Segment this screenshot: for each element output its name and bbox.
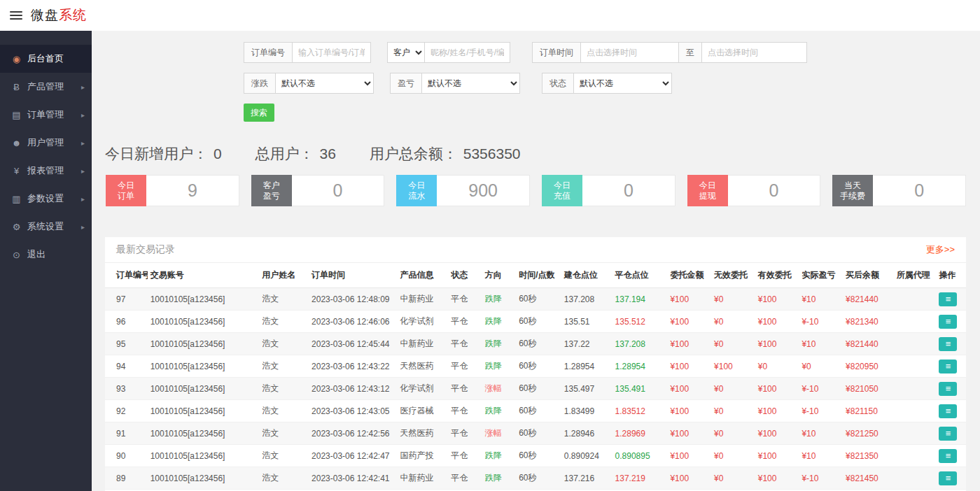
cell-product: 中新药业 — [397, 333, 448, 355]
cell-valid-amount: ¥100 — [755, 445, 799, 467]
row-detail-button[interactable]: ≡ — [939, 449, 957, 463]
trades-panel: 最新交易记录 更多>> 订单编号交易账号用户姓名订单时间产品信息状态方向时间/点… — [105, 237, 966, 491]
cell-agent — [894, 333, 937, 355]
time-to-input[interactable] — [702, 42, 807, 63]
cell-open-price: 1.28954 — [561, 355, 612, 378]
more-link[interactable]: 更多>> — [926, 243, 955, 256]
cell-action: ≡ — [936, 445, 966, 467]
cell-invalid-amount: ¥0 — [711, 333, 755, 355]
cell-agent — [894, 467, 937, 490]
cell-valid-amount: ¥100 — [755, 311, 799, 333]
brand-logo: 微盘系统 — [31, 6, 87, 24]
cell-status: 平仓 — [448, 445, 482, 467]
table-row: 9310010105[a123456]浩文2023-03-06 12:43:12… — [105, 378, 966, 400]
cell-balance: ¥821440 — [843, 333, 894, 355]
sidebar-item-home[interactable]: ◉后台首页 — [0, 45, 92, 73]
cell-amount: ¥100 — [667, 422, 711, 445]
cell-amount: ¥100 — [667, 467, 711, 490]
stat-card-value: 9 — [146, 175, 239, 206]
row-detail-button[interactable]: ≡ — [939, 382, 957, 396]
cell-product: 天然医药 — [397, 422, 448, 445]
sidebar-item-report[interactable]: ¥报表管理▸ — [0, 157, 92, 185]
sidebar-item-user[interactable]: ☻用户管理▸ — [0, 129, 92, 157]
profit-label: 盈亏 — [390, 73, 422, 94]
stat-card-label: 今日流水 — [396, 175, 437, 206]
order-time-filter: 订单时间 至 — [532, 42, 807, 63]
column-header-6: 方向 — [482, 263, 517, 288]
cell-amount: ¥100 — [667, 400, 711, 422]
cell-profit: ¥-10 — [799, 311, 843, 333]
cell-invalid-amount: ¥0 — [711, 400, 755, 422]
cell-valid-amount: ¥100 — [755, 400, 799, 422]
updown-label: 涨跌 — [244, 73, 276, 94]
customer-input[interactable] — [425, 42, 510, 63]
cell-order-time: 2023-03-06 12:42:47 — [309, 445, 397, 467]
cell-valid-amount: ¥100 — [755, 333, 799, 355]
cell-direction: 跌降 — [482, 288, 517, 311]
stat-card-label: 今日提现 — [687, 175, 728, 206]
cell-user-name: 浩文 — [259, 288, 309, 311]
cell-close-price: 1.28954 — [612, 355, 668, 378]
table-row: 9410010105[a123456]浩文2023-03-06 12:43:22… — [105, 355, 966, 378]
stat-card-label: 今日充值 — [542, 175, 582, 206]
cell-action: ≡ — [936, 333, 966, 355]
sidebar-item-order[interactable]: ▤订单管理▸ — [0, 101, 92, 129]
sidebar-item-product[interactable]: Ƀ产品管理▸ — [0, 73, 92, 101]
cell-amount: ¥100 — [667, 378, 711, 400]
time-from-input[interactable] — [581, 42, 679, 63]
stat-card-today-deposit: 今日充值0 — [542, 175, 676, 206]
order-no-input[interactable] — [293, 42, 371, 63]
summary-stats: 今日新增用户：0 总用户：36 用户总余额：5356350 — [92, 131, 980, 175]
stat-card-today-withdraw: 今日提现0 — [687, 175, 821, 206]
cell-account: 10010105[a123456] — [148, 355, 260, 378]
hamburger-menu-icon[interactable] — [10, 11, 22, 20]
sidebar-item-settings[interactable]: ⚙系统设置▸ — [0, 213, 92, 241]
updown-select[interactable]: 默认不选 — [276, 73, 374, 94]
cell-product: 医疗器械 — [397, 400, 448, 422]
cell-balance: ¥821340 — [843, 311, 894, 333]
profit-select[interactable]: 默认不选 — [422, 73, 520, 94]
cell-action: ≡ — [936, 288, 966, 311]
stat-card-today-fee: 当天手续费0 — [832, 175, 966, 206]
cell-amount: ¥100 — [667, 445, 711, 467]
row-detail-button[interactable]: ≡ — [939, 315, 957, 329]
stat-card-value: 900 — [437, 175, 530, 206]
row-detail-button[interactable]: ≡ — [939, 471, 957, 485]
cell-close-price: 137.194 — [612, 288, 668, 311]
cell-invalid-amount: ¥0 — [711, 311, 755, 333]
cell-amount: ¥100 — [667, 355, 711, 378]
cell-direction: 跌降 — [482, 333, 517, 355]
new-users-value: 0 — [214, 145, 222, 162]
status-select[interactable]: 默认不选 — [574, 73, 672, 94]
cell-valid-amount: ¥100 — [755, 422, 799, 445]
row-detail-button[interactable]: ≡ — [939, 337, 957, 351]
status-label: 状态 — [542, 73, 574, 94]
sidebar-item-label: 报表管理 — [27, 164, 81, 177]
brand-text-red: 系统 — [59, 8, 87, 22]
sidebar-item-params[interactable]: ▥参数设置▸ — [0, 185, 92, 213]
row-detail-button[interactable]: ≡ — [939, 360, 957, 373]
customer-type-select[interactable]: 客户 — [387, 42, 425, 63]
cell-close-price: 137.219 — [612, 467, 668, 490]
row-detail-button[interactable]: ≡ — [939, 404, 957, 418]
cell-order-time: 2023-03-06 12:46:06 — [309, 311, 397, 333]
table-row: 9710010105[a123456]浩文2023-03-06 12:48:09… — [105, 288, 966, 311]
sidebar-item-label: 系统设置 — [27, 220, 81, 233]
cell-user-name: 浩文 — [259, 378, 309, 400]
cell-status: 平仓 — [448, 333, 482, 355]
column-header-2: 用户姓名 — [259, 263, 309, 288]
params-icon: ▥ — [10, 194, 22, 204]
cell-balance: ¥821350 — [843, 445, 894, 467]
row-detail-button[interactable]: ≡ — [939, 292, 957, 306]
table-header-row: 订单编号交易账号用户姓名订单时间产品信息状态方向时间/点数建仓点位平仓点位委托金… — [105, 263, 966, 288]
main-content: 订单编号 客户 订单时间 至 涨跌 默认不选 盈亏 默认不选 — [92, 31, 980, 491]
cell-duration: 60秒 — [516, 378, 561, 400]
sidebar-item-logout[interactable]: ⊙退出 — [0, 241, 92, 269]
cell-user-name: 浩文 — [259, 422, 309, 445]
search-button[interactable]: 搜索 — [244, 104, 274, 122]
row-detail-button[interactable]: ≡ — [939, 427, 957, 441]
user-icon: ☻ — [10, 138, 22, 148]
cell-balance: ¥820950 — [843, 355, 894, 378]
table-row: 8910010105[a123456]浩文2023-03-06 12:42:41… — [105, 467, 966, 490]
sidebar: ◉后台首页Ƀ产品管理▸▤订单管理▸☻用户管理▸¥报表管理▸▥参数设置▸⚙系统设置… — [0, 31, 92, 491]
